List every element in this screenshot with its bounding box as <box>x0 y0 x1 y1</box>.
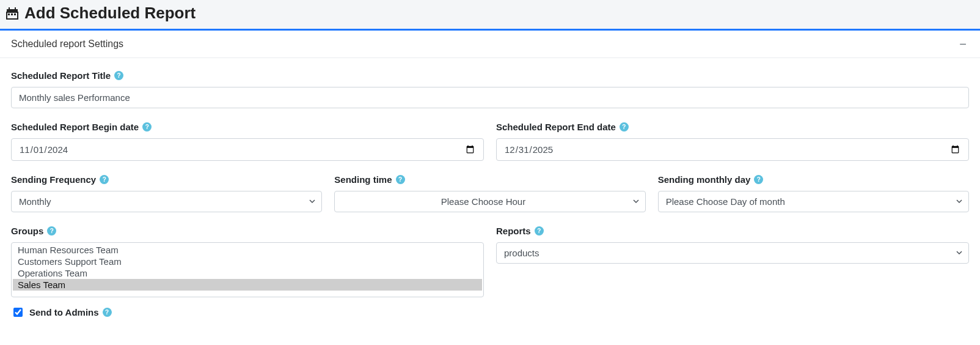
begin-date-input[interactable] <box>11 138 484 161</box>
monthly-day-select[interactable]: Please Choose Day of month <box>658 191 969 212</box>
groups-select[interactable]: Human Resources TeamCustomers Support Te… <box>11 242 484 297</box>
frequency-label: Sending Frequency ? <box>11 174 322 185</box>
svg-rect-5 <box>11 13 13 15</box>
sending-time-label-text: Sending time <box>334 174 392 185</box>
monthly-day-label: Sending monthly day ? <box>658 174 969 185</box>
groups-label: Groups ? <box>11 226 484 236</box>
send-admins-row: Send to Admins ? <box>11 306 969 319</box>
end-date-input[interactable] <box>496 138 969 161</box>
help-icon[interactable]: ? <box>754 175 763 184</box>
send-admins-label: Send to Admins <box>29 307 99 317</box>
sending-time-select[interactable]: Please Choose Hour <box>334 191 645 212</box>
end-date-label: Scheduled Report End date ? <box>496 122 969 132</box>
groups-option[interactable]: Sales Team <box>13 279 482 291</box>
end-date-label-text: Scheduled Report End date <box>496 122 616 132</box>
begin-date-label-text: Scheduled Report Begin date <box>11 122 139 132</box>
help-icon[interactable]: ? <box>114 71 123 80</box>
frequency-label-text: Sending Frequency <box>11 174 96 185</box>
svg-rect-2 <box>9 7 10 10</box>
reports-label: Reports ? <box>496 226 969 236</box>
send-admins-checkbox[interactable] <box>13 308 23 317</box>
help-icon[interactable]: ? <box>103 308 112 317</box>
report-title-input[interactable] <box>11 87 969 108</box>
svg-rect-1 <box>7 12 18 19</box>
svg-rect-0 <box>7 9 18 12</box>
help-icon[interactable]: ? <box>535 226 544 236</box>
form: Scheduled Report Title ? Scheduled Repor… <box>0 58 980 325</box>
reports-label-text: Reports <box>496 226 531 236</box>
section-title: Scheduled report Settings <box>11 39 123 50</box>
groups-label-text: Groups <box>11 226 43 236</box>
svg-rect-4 <box>8 13 10 15</box>
svg-rect-3 <box>15 7 16 10</box>
monthly-day-label-text: Sending monthly day <box>658 174 751 185</box>
help-icon[interactable]: ? <box>396 175 405 184</box>
reports-select[interactable]: products <box>496 242 969 264</box>
sending-time-label: Sending time ? <box>334 174 645 185</box>
help-icon[interactable]: ? <box>620 122 629 132</box>
groups-option[interactable]: Human Resources Team <box>13 244 482 256</box>
frequency-select[interactable]: Monthly <box>11 191 322 212</box>
begin-date-label: Scheduled Report Begin date ? <box>11 122 484 132</box>
help-icon[interactable]: ? <box>142 122 152 132</box>
section-header: Scheduled report Settings − <box>0 31 980 58</box>
report-title-label: Scheduled Report Title ? <box>11 70 969 81</box>
help-icon[interactable]: ? <box>100 175 109 184</box>
report-title-label-text: Scheduled Report Title <box>11 70 111 81</box>
groups-option[interactable]: Operations Team <box>13 267 482 279</box>
svg-rect-6 <box>14 13 16 15</box>
page-header: Add Scheduled Report <box>0 0 980 31</box>
calendar-icon <box>5 6 20 21</box>
help-icon[interactable]: ? <box>47 226 56 236</box>
page-title: Add Scheduled Report <box>24 4 196 23</box>
collapse-icon[interactable]: − <box>957 38 969 50</box>
groups-option[interactable]: Customers Support Team <box>13 256 482 267</box>
